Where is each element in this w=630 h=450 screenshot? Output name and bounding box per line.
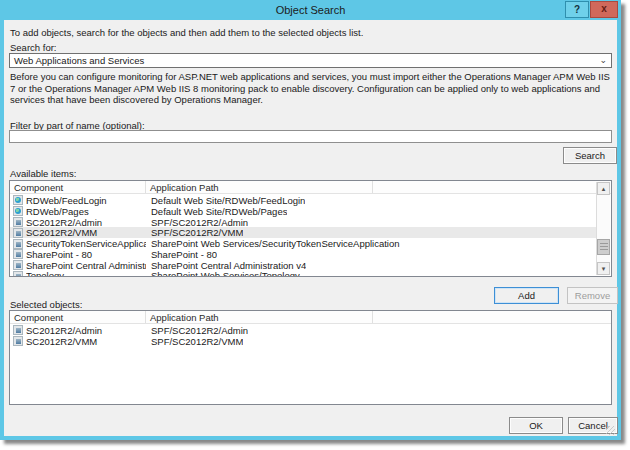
list-item[interactable]: SC2012R2/VMM SPF/SC2012R2/VMM — [10, 336, 611, 347]
web-app-icon — [13, 271, 23, 276]
web-app-icon — [13, 217, 23, 227]
component-cell: SharePoint Central Administration v4 — [26, 260, 146, 271]
web-app-icon — [13, 325, 23, 335]
filter-input[interactable] — [9, 130, 612, 143]
column-header-blank — [373, 311, 611, 323]
component-cell: SC2012R2/VMM — [26, 336, 146, 347]
web-app-icon — [13, 260, 23, 270]
ok-button[interactable]: OK — [509, 417, 563, 434]
remove-button: Remove — [567, 287, 618, 304]
component-cell: SC2012R2/Admin — [26, 217, 146, 228]
selected-objects-list: Component Application Path SC2012R2/Admi… — [9, 310, 612, 405]
available-items-rows: RDWeb/FeedLogin Default Web Site/RDWeb/F… — [10, 195, 596, 276]
component-cell: SharePoint - 80 — [26, 249, 146, 260]
intro-text: To add objects, search for the objects a… — [10, 27, 363, 38]
vertical-scrollbar[interactable]: ▴ ▾ — [596, 182, 610, 275]
column-header-component[interactable]: Component — [10, 181, 146, 193]
application-path-cell: SharePoint - 80 — [146, 249, 217, 260]
search-for-label: Search for: — [10, 42, 56, 53]
object-search-dialog: Object Search ? x To add objects, search… — [0, 0, 621, 440]
available-items-list: Component Application Path RDWeb/FeedLog… — [9, 180, 612, 277]
list-header: Component Application Path — [10, 311, 611, 324]
resize-grip[interactable] — [606, 426, 615, 435]
list-item[interactable]: SC2012R2/Admin SPF/SC2012R2/Admin — [10, 217, 596, 228]
list-item[interactable]: Topology SharePoint Web Services/Topolog… — [10, 271, 596, 276]
application-path-cell: SPF/SC2012R2/Admin — [146, 217, 248, 228]
web-app-icon — [13, 249, 23, 259]
dialog-content: To add objects, search for the objects a… — [4, 20, 617, 436]
component-cell: RDWeb/Pages — [26, 206, 146, 217]
component-cell: SC2012R2/VMM — [26, 227, 146, 238]
application-path-cell: SharePoint Central Administration v4 — [146, 260, 306, 271]
add-button[interactable]: Add — [494, 287, 559, 304]
help-icon: ? — [574, 4, 580, 15]
selected-objects-label: Selected objects: — [10, 299, 82, 310]
column-header-application-path[interactable]: Application Path — [146, 181, 373, 193]
scroll-down-icon[interactable]: ▾ — [597, 262, 610, 275]
list-item[interactable]: RDWeb/Pages Default Web Site/RDWeb/Pages — [10, 206, 596, 217]
dialog-title: Object Search — [276, 4, 346, 16]
application-path-cell: Default Web Site/RDWeb/FeedLogin — [146, 195, 305, 206]
list-item[interactable]: RDWeb/FeedLogin Default Web Site/RDWeb/F… — [10, 195, 596, 206]
scrollbar-thumb[interactable] — [597, 239, 610, 255]
component-cell: RDWeb/FeedLogin — [26, 195, 146, 206]
web-app-icon — [13, 228, 23, 238]
web-site-icon — [13, 206, 23, 216]
chevron-down-icon: ⌄ — [599, 56, 611, 65]
column-header-application-path[interactable]: Application Path — [146, 311, 373, 323]
selected-objects-rows: SC2012R2/Admin SPF/SC2012R2/Admin SC2012… — [10, 325, 611, 404]
list-item[interactable]: SC2012R2/Admin SPF/SC2012R2/Admin — [10, 325, 611, 336]
description-text: Before you can configure monitoring for … — [10, 71, 610, 106]
list-item[interactable]: SC2012R2/VMM SPF/SC2012R2/VMM — [10, 227, 596, 238]
component-cell: SecurityTokenServiceApplication — [26, 238, 146, 249]
search-for-dropdown[interactable]: Web Applications and Services ⌄ — [9, 53, 612, 68]
application-path-cell: SharePoint Web Services/SecurityTokenSer… — [146, 238, 400, 249]
dialog-titlebar[interactable]: Object Search ? x — [0, 0, 621, 20]
search-for-value: Web Applications and Services — [10, 55, 599, 66]
help-button[interactable]: ? — [565, 1, 589, 18]
close-icon: x — [601, 3, 607, 14]
list-header: Component Application Path — [10, 181, 611, 194]
titlebar-buttons: ? x — [565, 1, 618, 18]
application-path-cell: SPF/SC2012R2/VMM — [146, 336, 243, 347]
application-path-cell: SPF/SC2012R2/VMM — [146, 227, 243, 238]
web-app-icon — [13, 239, 23, 249]
column-header-component[interactable]: Component — [10, 311, 146, 323]
web-app-icon — [13, 336, 23, 346]
scroll-up-icon[interactable]: ▴ — [597, 182, 610, 195]
web-site-icon — [13, 195, 23, 205]
search-button[interactable]: Search — [563, 147, 617, 164]
available-items-label: Available items: — [10, 168, 76, 179]
list-item[interactable]: SecurityTokenServiceApplication SharePoi… — [10, 238, 596, 249]
list-item[interactable]: SharePoint - 80 SharePoint - 80 — [10, 249, 596, 260]
close-button[interactable]: x — [590, 1, 618, 18]
application-path-cell: SPF/SC2012R2/Admin — [146, 325, 248, 336]
scrollbar-track[interactable] — [597, 195, 610, 262]
column-header-blank — [373, 181, 611, 193]
list-item[interactable]: SharePoint Central Administration v4 Sha… — [10, 260, 596, 271]
component-cell: Topology — [26, 270, 146, 276]
application-path-cell: Default Web Site/RDWeb/Pages — [146, 206, 287, 217]
component-cell: SC2012R2/Admin — [26, 325, 146, 336]
application-path-cell: SharePoint Web Services/Topology — [146, 270, 300, 276]
